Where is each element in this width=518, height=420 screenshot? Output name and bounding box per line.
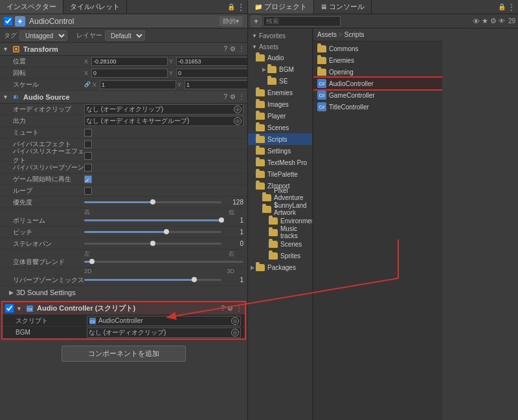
audio-controller-row[interactable]: C# AudioController (313, 78, 442, 89)
sprites-folder[interactable]: Sprites (248, 250, 312, 261)
tag-select[interactable]: Untagged (19, 30, 67, 41)
position-x[interactable] (91, 57, 168, 66)
rotation-x[interactable] (91, 69, 168, 78)
audio-source-header[interactable]: ▼ Audio Source ? ⚙ ⋮ (0, 91, 247, 104)
add-component-button[interactable]: コンポーネントを追加 (62, 346, 186, 362)
sunnyland-folder[interactable]: SunnyLand Artwork (248, 203, 312, 215)
bgm-label-tree: BGM (279, 66, 294, 73)
mute-checkbox[interactable] (84, 129, 92, 137)
play-on-awake-checkbox[interactable]: ✓ (84, 175, 92, 183)
bgm-value: なし (オーディオクリップ) (89, 328, 231, 337)
loop-checkbox[interactable] (84, 187, 92, 195)
object-active-checkbox[interactable] (4, 17, 12, 25)
audio-settings[interactable]: ⚙ (230, 93, 236, 100)
tilepalette-folder[interactable]: TilePalette (248, 168, 312, 180)
game-controller-row[interactable]: C# GameController (313, 89, 442, 101)
spatial-thumb[interactable] (89, 259, 95, 264)
reverb-thumb[interactable] (192, 277, 197, 282)
favorites-header[interactable]: ▼ Favorites (248, 31, 312, 41)
scripts-list: Commons Enemies Opening (313, 41, 442, 420)
reverb-label: リバーブゾーンミックス (13, 276, 84, 285)
music-tracks-folder[interactable]: Music tracks (248, 227, 312, 238)
rotation-y[interactable] (176, 69, 247, 78)
audio-controller-header[interactable]: ▼ C# Audio Controller (スクリプト) ? ⚙ ⋮ (3, 302, 245, 315)
sound-settings-row[interactable]: ▶ 3D Sound Settings (0, 286, 247, 299)
ac-help[interactable]: ? (221, 305, 225, 312)
audio-controller-active[interactable] (5, 304, 14, 313)
se-folder[interactable]: SE (248, 75, 312, 87)
scripts-label: Scripts (267, 136, 287, 143)
static-button[interactable]: 静的▾ (218, 16, 243, 27)
transform-help[interactable]: ? (223, 45, 227, 52)
breadcrumb-scripts[interactable]: Scripts (344, 31, 365, 38)
priority-row: 優先度 128 (0, 197, 247, 208)
new-folder-button[interactable]: + (251, 16, 262, 27)
search-input[interactable] (263, 16, 341, 27)
audio-clip-field[interactable]: なし (オーディオクリップ) ◎ (84, 104, 243, 115)
stereo-slider-track (84, 243, 221, 245)
breadcrumb-assets[interactable]: Assets (317, 31, 337, 38)
scale-x[interactable] (100, 80, 176, 89)
commons-row[interactable]: Commons (313, 43, 442, 54)
settings-icon[interactable]: ⚙ (490, 17, 497, 25)
eye-icon[interactable]: 👁 (473, 17, 480, 25)
favorites-arrow: ▼ (252, 33, 257, 39)
object-name: AudioControl (29, 17, 218, 26)
transform-arrow: ▼ (3, 46, 9, 52)
script-picker[interactable]: ◎ (231, 317, 239, 325)
project-tab[interactable]: 📁 プロジェクト (248, 0, 314, 14)
stereo-thumb[interactable] (150, 241, 155, 246)
favorite-icon[interactable]: ★ (482, 17, 488, 25)
bypass-reverb-checkbox[interactable] (84, 164, 92, 171)
ac-menu[interactable]: ⋮ (236, 305, 242, 312)
transform-header[interactable]: ▼ Transform ? ⚙ ⋮ (0, 43, 247, 56)
volume-thumb[interactable] (219, 217, 224, 223)
script-field[interactable]: C# AudioController ◎ (87, 316, 241, 326)
inspector-tab-label: インスペクター (6, 2, 56, 12)
ac-settings[interactable]: ⚙ (227, 305, 233, 312)
transform-settings[interactable]: ⚙ (230, 45, 236, 52)
object-icon (15, 16, 25, 27)
tile-palette-tab[interactable]: タイルパレット (63, 0, 127, 14)
settings-folder[interactable]: Settings (248, 145, 312, 157)
output-field[interactable]: なし (オーディオミキサーグループ) ◎ (84, 116, 243, 126)
priority-thumb[interactable] (150, 199, 155, 204)
packages-folder[interactable]: ▶ Packages (248, 261, 312, 273)
output-picker[interactable]: ◎ (234, 117, 242, 125)
sunnyland-scenes-label: Scenes (280, 241, 302, 248)
scripts-folder[interactable]: Scripts (248, 133, 312, 145)
enemies-script-row[interactable]: Enemies (313, 54, 442, 66)
spatial-slider-track (84, 261, 243, 263)
transform-menu[interactable]: ⋮ (238, 45, 245, 52)
layer-select[interactable]: Default (105, 30, 145, 41)
inspector-tab[interactable]: インスペクター (0, 0, 63, 14)
bgm-row: BGM なし (オーディオクリップ) ◎ (3, 327, 245, 338)
x-label: X (84, 58, 91, 65)
audio-folder[interactable]: Audio (248, 52, 312, 63)
title-controller-row[interactable]: C# TitleController (313, 101, 442, 113)
audio-clip-picker[interactable]: ◎ (234, 105, 242, 113)
spatial-labels: 2D 3D (0, 268, 247, 274)
assets-header[interactable]: ▼ Assets (248, 42, 312, 52)
sunnyland-scenes-folder[interactable]: Scenes (248, 238, 312, 250)
audio-menu[interactable]: ⋮ (238, 93, 245, 100)
bgm-field[interactable]: なし (オーディオクリップ) ◎ (87, 327, 241, 338)
spatial-2d: 2D (84, 268, 92, 274)
scenes-folder[interactable]: Scenes (248, 122, 312, 133)
position-y[interactable] (176, 57, 247, 66)
bypass-checkbox[interactable] (84, 140, 92, 148)
pitch-thumb[interactable] (164, 229, 169, 234)
bgm-folder[interactable]: ▶ BGM (248, 63, 312, 75)
textmesh-folder[interactable]: TextMesh Pro (248, 157, 312, 168)
audio-help[interactable]: ? (223, 93, 227, 100)
images-folder[interactable]: Images (248, 98, 312, 110)
player-folder[interactable]: Player (248, 110, 312, 122)
opening-row[interactable]: Opening (313, 66, 442, 78)
bypass-listener-checkbox[interactable] (84, 152, 92, 160)
console-tab[interactable]: 🖥 コンソール (314, 0, 372, 14)
bgm-picker[interactable]: ◎ (231, 329, 239, 337)
enemies-folder[interactable]: Enemies (248, 87, 312, 98)
y-label: Y (169, 58, 175, 65)
sunnyland-scenes-icon (269, 241, 278, 248)
scale-y[interactable] (185, 80, 247, 89)
